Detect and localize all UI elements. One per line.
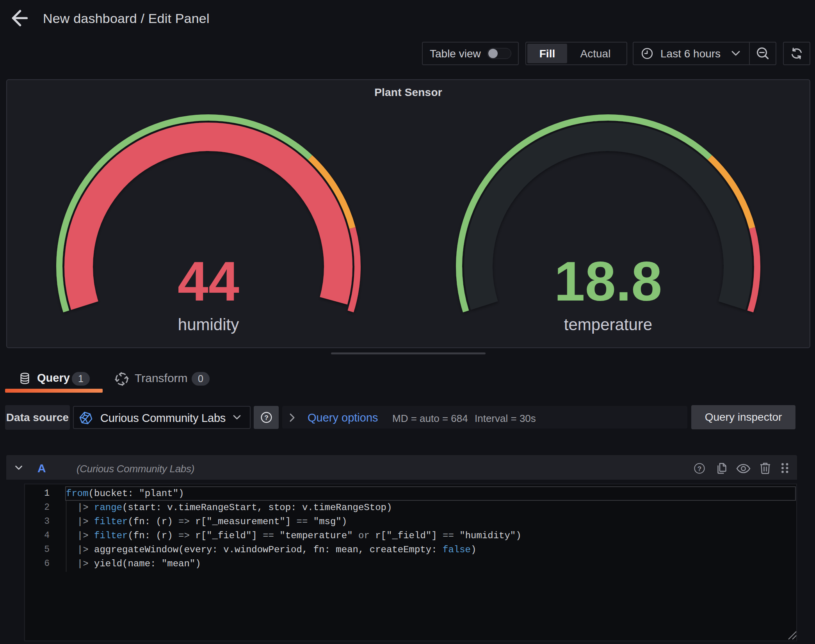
svg-text:?: ? [264,414,268,422]
svg-text:?: ? [698,465,701,473]
